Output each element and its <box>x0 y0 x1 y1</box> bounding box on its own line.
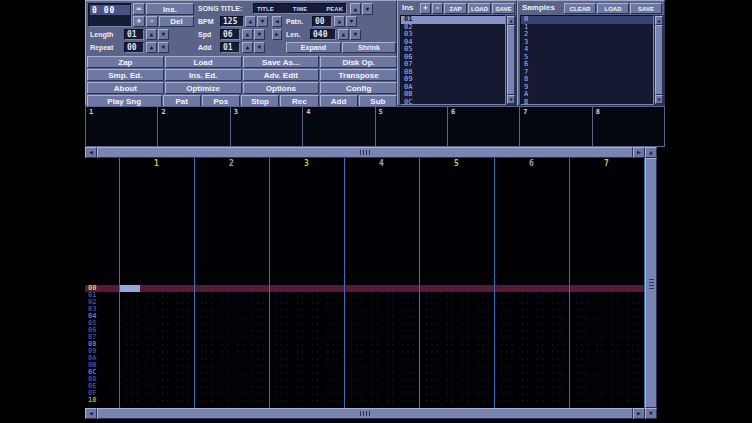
channel-scope[interactable]: 7 <box>519 107 591 146</box>
instrument-list-scrollbar[interactable]: ▲ ▼ <box>506 15 516 105</box>
order-plus-button[interactable]: + <box>133 16 145 27</box>
pattern-cell[interactable]: ··· ·· ·· ··· <box>494 306 569 313</box>
menu-button-optimize[interactable]: Optimize <box>165 82 242 94</box>
channel-header[interactable]: 7 <box>569 158 644 170</box>
pattern-cell[interactable]: ··· ·· ·· ··· <box>494 390 569 397</box>
pattern-cell[interactable]: ··· ·· ·· ··· <box>194 341 269 348</box>
pattern-cell[interactable]: ··· ·· ·· ··· <box>419 292 494 299</box>
pattern-cell[interactable]: ··· ·· ·· ··· <box>569 334 644 341</box>
pattern-vscrollbar-thumb[interactable] <box>645 158 657 408</box>
pattern-cell[interactable]: ··· ·· ·· ··· <box>344 348 419 355</box>
pattern-row[interactable]: 10··· ·· ·· ······ ·· ·· ······ ·· ·· ··… <box>85 397 645 404</box>
pattern-cell[interactable]: ··· ·· ·· ··· <box>269 390 344 397</box>
pattern-row[interactable]: 04··· ·· ·· ······ ·· ·· ······ ·· ·· ··… <box>85 313 645 320</box>
pattern-cell[interactable]: ··· ·· ·· ··· <box>494 292 569 299</box>
pattern-cell[interactable]: ··· ·· ·· ··· <box>119 390 194 397</box>
pattern-cell[interactable]: ··· ·· ·· ··· <box>419 285 494 292</box>
pattern-cell[interactable]: ··· ·· ·· ··· <box>419 376 494 383</box>
pattern-cell[interactable]: ··· ·· ·· ··· <box>419 327 494 334</box>
pattern-cell[interactable]: ··· ·· ·· ··· <box>569 376 644 383</box>
sample-list-item[interactable]: 4 <box>521 46 653 54</box>
pattern-cell[interactable]: ··· ·· ·· ··· <box>194 355 269 362</box>
shrink-button[interactable]: Shrink <box>342 42 396 53</box>
pattern-cell[interactable]: ··· ·· ·· ··· <box>419 334 494 341</box>
order-equals-button[interactable]: = <box>133 3 145 15</box>
sample-list-item[interactable]: B <box>521 99 653 106</box>
channel-header[interactable]: 4 <box>344 158 419 170</box>
pattern-cell[interactable]: ··· ·· ·· ··· <box>119 369 194 376</box>
sample-list-item[interactable]: 3 <box>521 39 653 47</box>
instrument-list-item[interactable]: 05 <box>401 46 505 54</box>
pattern-scroll-right-button[interactable]: ▶ <box>633 147 645 158</box>
pattern-cell[interactable]: ··· ·· ·· ··· <box>119 376 194 383</box>
instrument-list-item[interactable]: 01 <box>401 16 505 24</box>
pattern-cell[interactable]: ··· ·· ·· ··· <box>419 390 494 397</box>
instrument-scroll-up-button[interactable]: ▲ <box>507 16 515 25</box>
pattern-number-value[interactable]: 00 <box>312 16 332 27</box>
instrument-list-item[interactable]: 0C <box>401 99 505 106</box>
sample-list-item[interactable]: 9 <box>521 84 653 92</box>
mode-peak-tab[interactable]: PEAK <box>326 6 343 12</box>
pattern-cell[interactable]: ··· ·· ·· ··· <box>269 341 344 348</box>
pattern-length-value[interactable]: 040 <box>310 29 336 40</box>
channel-scope[interactable]: 3 <box>230 107 302 146</box>
pattern-row[interactable]: 08··· ·· ·· ······ ·· ·· ······ ·· ·· ··… <box>85 341 645 348</box>
pattern-cell[interactable]: ··· ·· ·· ··· <box>494 348 569 355</box>
pattern-cell[interactable]: ··· ·· ·· ··· <box>569 292 644 299</box>
repeat-value[interactable]: 00 <box>124 42 144 53</box>
menu-button-options[interactable]: Options <box>243 82 320 94</box>
pattern-cell[interactable]: ··· ·· ·· ··· <box>194 320 269 327</box>
pattern-cell[interactable]: ··· ·· ·· ··· <box>419 299 494 306</box>
order-position-entry[interactable]: 0 00 <box>90 5 130 15</box>
pattern-cell[interactable]: ··· ·· ·· ··· <box>494 355 569 362</box>
pattern-number-up-button[interactable]: ▲ <box>334 16 345 27</box>
pattern-cell[interactable]: ··· ·· ·· ··· <box>494 383 569 390</box>
add-value[interactable]: 01 <box>220 42 240 53</box>
instrument-list-item[interactable]: 0A <box>401 84 505 92</box>
order-insert-button[interactable]: Ins. <box>146 3 194 15</box>
menu-button-about[interactable]: About <box>87 82 164 94</box>
pattern-cell[interactable]: ··· ·· ·· ··· <box>494 376 569 383</box>
speed-down-button[interactable]: ▼ <box>254 29 265 40</box>
menu-button-transpose[interactable]: Transpose <box>320 69 397 81</box>
sample-list-item[interactable]: 0 <box>521 16 653 24</box>
pattern-cell[interactable]: ··· ·· ·· ··· <box>494 362 569 369</box>
pattern-number-down-button[interactable]: ▼ <box>346 16 357 27</box>
pattern-hscrollbar-bottom[interactable]: ◀ ▶ <box>85 408 645 419</box>
order-list-display[interactable]: 0 00 <box>88 3 132 27</box>
pattern-cell[interactable]: ··· ·· ·· ··· <box>269 397 344 404</box>
pattern-cell[interactable]: ··· ·· ·· ··· <box>344 390 419 397</box>
add-up-button[interactable]: ▲ <box>242 42 253 53</box>
pattern-cell[interactable]: ··· ·· ·· ··· <box>269 369 344 376</box>
bpm-up-button[interactable]: ▲ <box>245 16 256 27</box>
pattern-cell[interactable]: ··· ·· ·· ··· <box>344 327 419 334</box>
pattern-row[interactable]: 0E··· ·· ·· ······ ·· ·· ······ ·· ·· ··… <box>85 383 645 390</box>
channel-scope[interactable]: 1 <box>86 107 157 146</box>
sample-save-button[interactable]: Save <box>630 3 662 14</box>
bpm-value[interactable]: 125 <box>220 16 244 27</box>
pattern-scroll-left-button[interactable]: ◀ <box>85 147 97 158</box>
pattern-cell[interactable]: ··· ·· ·· ··· <box>119 313 194 320</box>
pattern-cell[interactable]: ··· ·· ·· ··· <box>344 341 419 348</box>
instrument-list-item[interactable]: 0B <box>401 91 505 99</box>
pattern-cell[interactable]: ··· ·· ·· ··· <box>494 334 569 341</box>
pattern-cell[interactable]: ··· ·· ·· ··· <box>419 306 494 313</box>
pattern-cell[interactable]: ··· ·· ·· ··· <box>194 390 269 397</box>
pattern-cell[interactable]: ··· ·· ·· ··· <box>569 299 644 306</box>
pattern-cell[interactable]: ··· ·· ·· ··· <box>569 306 644 313</box>
instrument-list[interactable]: 0102030405060708090A0B0C <box>400 15 506 105</box>
pattern-cell[interactable]: ··· ·· ·· ··· <box>344 285 419 292</box>
title-scroll-down-button[interactable]: ▼ <box>362 3 373 15</box>
sample-list-item[interactable]: 5 <box>521 54 653 62</box>
pattern-cell[interactable]: ··· ·· ·· ··· <box>569 320 644 327</box>
pattern-cell[interactable]: ··· ·· ·· ··· <box>419 369 494 376</box>
pattern-hscrollbar-top[interactable]: ◀ ▶ <box>85 147 645 158</box>
pattern-cell[interactable]: ··· ·· ·· ··· <box>194 285 269 292</box>
pattern-vscrollbar[interactable]: ▲ ▼ <box>645 147 657 419</box>
pattern-length-down-button[interactable]: ▼ <box>350 29 361 40</box>
pattern-cell[interactable]: ··· ·· ·· ··· <box>344 362 419 369</box>
pattern-row[interactable]: 05··· ·· ·· ······ ·· ·· ······ ·· ·· ··… <box>85 320 645 327</box>
pattern-cell[interactable]: ··· ·· ·· ··· <box>269 383 344 390</box>
pattern-cell[interactable]: ··· ·· ·· ··· <box>494 320 569 327</box>
channel-scope[interactable]: 5 <box>375 107 447 146</box>
